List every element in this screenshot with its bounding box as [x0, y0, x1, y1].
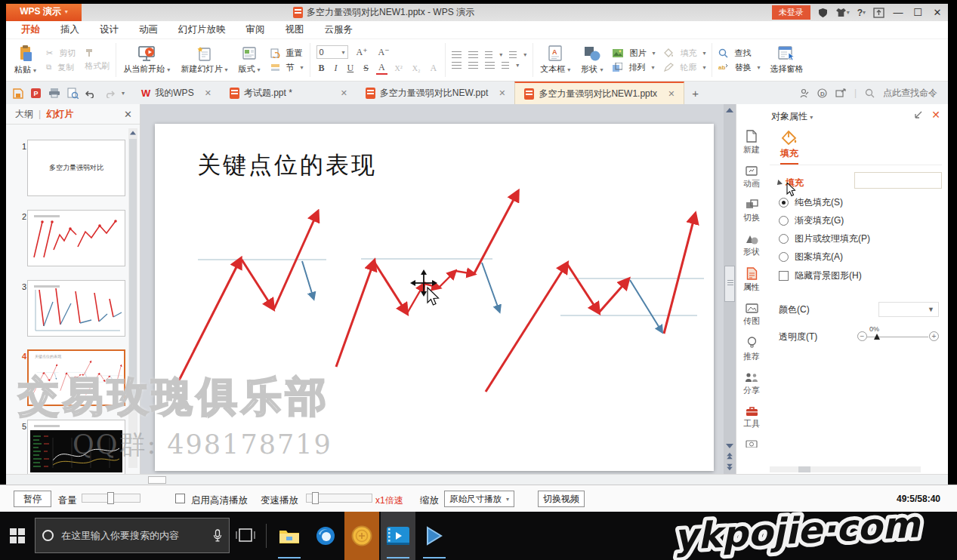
align-text-icon[interactable] [509, 51, 517, 59]
rail-item-recommend[interactable]: 推荐 [743, 337, 760, 362]
scrollbar-thumb[interactable] [798, 466, 810, 472]
align-left-icon[interactable] [452, 62, 462, 69]
font-size-combobox[interactable]: 0▾ [316, 45, 348, 59]
justify-icon[interactable] [485, 62, 495, 69]
undo-icon[interactable] [85, 88, 97, 98]
rail-item-new[interactable]: 新建 [743, 130, 760, 155]
rail-item-upload-image[interactable]: 传图 [743, 303, 760, 327]
skin-icon[interactable]: ▾ [835, 8, 850, 17]
checkbox-icon[interactable] [779, 271, 789, 281]
slider-thumb[interactable] [107, 492, 114, 504]
chevron-down-icon[interactable]: ▾ [810, 114, 813, 121]
hd-checkbox[interactable] [175, 494, 185, 503]
format-painter-button[interactable]: 格式刷 [85, 60, 110, 72]
coin-app-button[interactable] [344, 512, 379, 560]
increase-icon[interactable]: + [929, 331, 939, 341]
new-slide-button[interactable]: 新建幻灯片 ▾ [175, 42, 233, 78]
outline-tab[interactable]: 大纲 [15, 108, 33, 121]
shrink-font-button[interactable]: A⁻ [376, 47, 392, 58]
canvas-hscrollbar[interactable] [6, 474, 948, 485]
close-button[interactable]: ✕ [931, 7, 943, 18]
rail-item-properties-active[interactable]: 属性 [743, 267, 760, 293]
layout-button[interactable]: 版式 ▾ [233, 42, 265, 78]
browser-button[interactable] [308, 512, 343, 560]
slide-thumbnail-3[interactable] [27, 280, 125, 337]
superscript-button[interactable]: X² [393, 64, 405, 72]
customize-toolbar-icon[interactable]: ▾ [122, 90, 125, 97]
tab-insert[interactable]: 插入 [60, 23, 79, 36]
grow-font-button[interactable]: A⁺ [354, 47, 370, 58]
tab-home[interactable]: 开始 [21, 23, 40, 36]
picture-texture-fill-option[interactable]: 图片或纹理填充(P) [779, 232, 870, 245]
pause-button[interactable]: 暂停 [14, 491, 51, 507]
close-tab-icon[interactable]: ✕ [205, 88, 211, 98]
paste-button[interactable]: 粘贴 ▾ [9, 42, 42, 78]
transparency-slider[interactable]: − 0% + [857, 328, 939, 346]
cut-button[interactable]: ✂剪切 [46, 48, 76, 59]
doc-tab-new1-active[interactable]: 多空力量强弱对比NEW1.pptx ✕ [514, 82, 684, 104]
share-icon[interactable] [835, 88, 846, 97]
taskbar-search-input[interactable]: 在这里输入你要搜索的内容 [61, 529, 205, 543]
radio-icon[interactable] [779, 216, 789, 226]
save-icon[interactable] [12, 88, 23, 99]
maximize-button[interactable]: ☐ [912, 7, 924, 18]
shapes-button[interactable]: 形状 ▾ [576, 42, 608, 78]
tab-view[interactable]: 视图 [286, 23, 304, 36]
bold-button[interactable]: B [316, 63, 327, 74]
wps-app-button[interactable]: WPS 演示 ▾ [6, 2, 82, 21]
rail-item-transition[interactable]: 切换 [743, 199, 760, 223]
subscript-button[interactable]: X₂ [410, 64, 423, 72]
play-from-current-button[interactable]: 从当前开始 ▾ [118, 42, 175, 78]
print-icon[interactable] [48, 88, 60, 98]
slides-tab[interactable]: 幻灯片 [46, 108, 73, 121]
scroll-down-icon[interactable] [726, 444, 733, 448]
format-painter-icon[interactable] [85, 48, 110, 57]
fill-tab[interactable]: 填充 [780, 130, 798, 165]
strikethrough-button[interactable]: S [361, 63, 371, 74]
doc-tab-new[interactable]: 多空力量强弱对比NEW.ppt ✕ [357, 82, 515, 104]
numbering-icon[interactable] [468, 51, 478, 59]
export-pdf-icon[interactable]: P [30, 88, 42, 99]
doc-tab-home[interactable]: W 我的WPS ✕ [132, 82, 221, 104]
underline-button[interactable]: U [345, 63, 357, 74]
arrange-button[interactable]: 排列▾ [613, 62, 655, 73]
section-button[interactable]: 节▾ [270, 62, 304, 73]
scroll-up-icon[interactable] [130, 131, 136, 135]
scrollbar-thumb[interactable] [724, 266, 735, 302]
replace-button[interactable]: ab 替换▾ [718, 62, 760, 73]
scroll-up-icon[interactable] [726, 108, 733, 112]
close-panel-icon[interactable]: ✕ [124, 109, 132, 120]
italic-button[interactable]: I [332, 63, 340, 74]
radio-checked-icon[interactable] [779, 198, 789, 208]
close-panel-icon[interactable]: ✕ [931, 109, 940, 121]
picture-button[interactable]: 图片▾ [613, 48, 655, 59]
fill-value-input[interactable] [854, 172, 942, 189]
close-tab-icon[interactable]: ✕ [668, 89, 675, 99]
tab-animation[interactable]: 动画 [139, 23, 158, 36]
find-button[interactable]: 查找 [718, 48, 760, 59]
solid-fill-option[interactable]: 纯色填充(S) [779, 196, 843, 209]
slider-thumb[interactable] [312, 492, 319, 504]
login-button[interactable]: 未登录 [772, 5, 810, 20]
selection-pane-button[interactable]: 选择窗格 [764, 42, 808, 78]
shield-icon[interactable] [818, 8, 828, 18]
rail-item-share[interactable]: 分享 [743, 372, 760, 396]
redo-icon[interactable] [103, 88, 115, 98]
size-mode-select[interactable]: 原始尺寸播放 ▾ [444, 491, 514, 507]
align-center-icon[interactable] [468, 62, 478, 69]
panel-hscrollbar[interactable] [770, 466, 921, 472]
color-dropdown[interactable]: ▼ [878, 302, 939, 317]
rail-item-animation[interactable]: 动画 [743, 165, 760, 189]
tab-cloud[interactable]: 云服务 [325, 23, 353, 36]
gradient-fill-option[interactable]: 渐变填充(G) [779, 214, 844, 227]
previous-slide-button[interactable] [726, 452, 733, 460]
hd-label[interactable]: 启用高清播放 [191, 494, 248, 507]
radio-icon[interactable] [779, 252, 789, 262]
tab-review[interactable]: 审阅 [246, 23, 265, 36]
rail-item-shapes[interactable]: 形状 [743, 233, 760, 257]
reset-button[interactable]: 重置 [270, 48, 304, 59]
text-direction-icon[interactable] [485, 51, 492, 59]
volume-slider[interactable] [82, 494, 140, 503]
print-preview-icon[interactable] [67, 88, 79, 99]
file-explorer-button[interactable] [272, 512, 307, 560]
